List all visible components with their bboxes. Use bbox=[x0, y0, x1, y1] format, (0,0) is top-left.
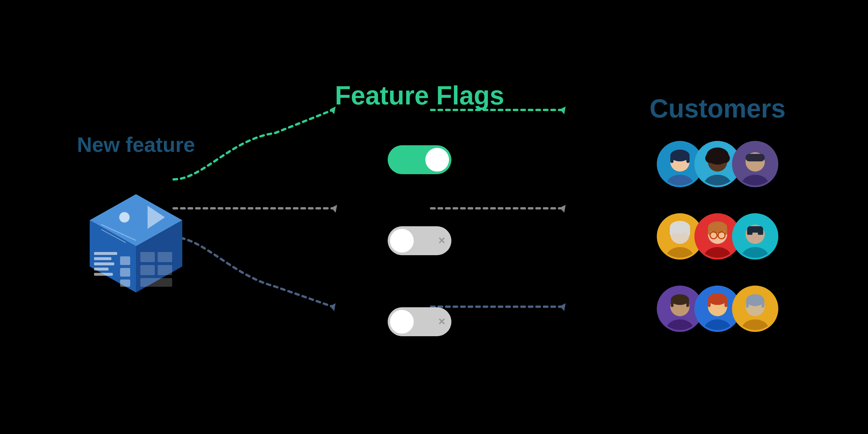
toggle-on[interactable]: ✓ bbox=[388, 145, 452, 174]
svg-rect-19 bbox=[140, 265, 155, 275]
toggle-off-2[interactable]: ✕ bbox=[388, 307, 452, 336]
toggle-row-3: ✕ bbox=[388, 307, 452, 336]
svg-rect-13 bbox=[94, 273, 113, 276]
x-icon-1: ✕ bbox=[438, 235, 445, 246]
toggle-knob-3 bbox=[390, 310, 414, 334]
svg-point-66 bbox=[671, 294, 689, 305]
avatar-6 bbox=[732, 213, 778, 259]
svg-point-22 bbox=[119, 212, 130, 222]
avatar-group-2 bbox=[657, 213, 778, 259]
svg-rect-61 bbox=[747, 229, 752, 235]
checkmark-icon: ✓ bbox=[394, 154, 403, 166]
svg-rect-41 bbox=[746, 154, 765, 161]
svg-rect-21 bbox=[140, 278, 172, 287]
feature-cube bbox=[75, 180, 197, 301]
toggle-knob-1 bbox=[425, 148, 449, 172]
svg-rect-73 bbox=[708, 299, 711, 307]
x-icon-2: ✕ bbox=[438, 316, 445, 327]
avatar-3 bbox=[732, 141, 778, 187]
svg-point-37 bbox=[720, 153, 730, 163]
customers-title: Customers bbox=[650, 94, 785, 124]
svg-rect-18 bbox=[158, 252, 172, 262]
person-6-icon bbox=[734, 215, 777, 258]
right-column: Customers bbox=[631, 94, 804, 341]
svg-rect-14 bbox=[120, 256, 130, 265]
svg-rect-10 bbox=[94, 257, 112, 260]
toggle-row-2: ✕ bbox=[388, 226, 452, 255]
svg-rect-17 bbox=[140, 252, 155, 262]
svg-rect-11 bbox=[94, 262, 114, 265]
svg-rect-16 bbox=[120, 279, 130, 287]
diagram: New feature bbox=[29, 29, 839, 405]
svg-rect-47 bbox=[687, 227, 690, 235]
svg-point-78 bbox=[746, 294, 765, 306]
feature-flags-title: Feature Flags bbox=[335, 81, 504, 111]
canvas: New feature bbox=[0, 0, 868, 434]
svg-rect-20 bbox=[158, 265, 172, 275]
new-feature-title: New feature bbox=[77, 133, 195, 157]
center-column: Feature Flags ✓ ✕ ✕ bbox=[333, 81, 506, 353]
svg-rect-46 bbox=[670, 227, 673, 235]
svg-point-36 bbox=[705, 153, 715, 163]
person-9-icon bbox=[734, 287, 777, 330]
svg-rect-12 bbox=[94, 268, 108, 271]
toggle-row-1: ✓ bbox=[388, 145, 452, 174]
svg-rect-67 bbox=[671, 300, 674, 307]
toggle-off-1[interactable]: ✕ bbox=[388, 226, 452, 255]
svg-rect-80 bbox=[762, 300, 764, 308]
svg-rect-62 bbox=[758, 229, 763, 235]
person-3-icon bbox=[734, 143, 777, 185]
svg-rect-68 bbox=[686, 300, 689, 307]
svg-rect-79 bbox=[746, 300, 749, 308]
left-column: New feature bbox=[64, 133, 208, 301]
avatar-group-1 bbox=[657, 141, 778, 187]
svg-rect-31 bbox=[686, 155, 689, 163]
toggle-knob-2 bbox=[390, 229, 414, 253]
avatar-9 bbox=[732, 286, 778, 332]
svg-rect-9 bbox=[94, 252, 117, 255]
svg-rect-74 bbox=[724, 299, 727, 307]
svg-rect-15 bbox=[120, 268, 130, 277]
svg-point-72 bbox=[708, 293, 727, 305]
avatar-group-3 bbox=[657, 286, 778, 332]
cube-icon bbox=[78, 183, 194, 298]
svg-rect-30 bbox=[671, 155, 674, 163]
svg-point-51 bbox=[708, 221, 727, 233]
